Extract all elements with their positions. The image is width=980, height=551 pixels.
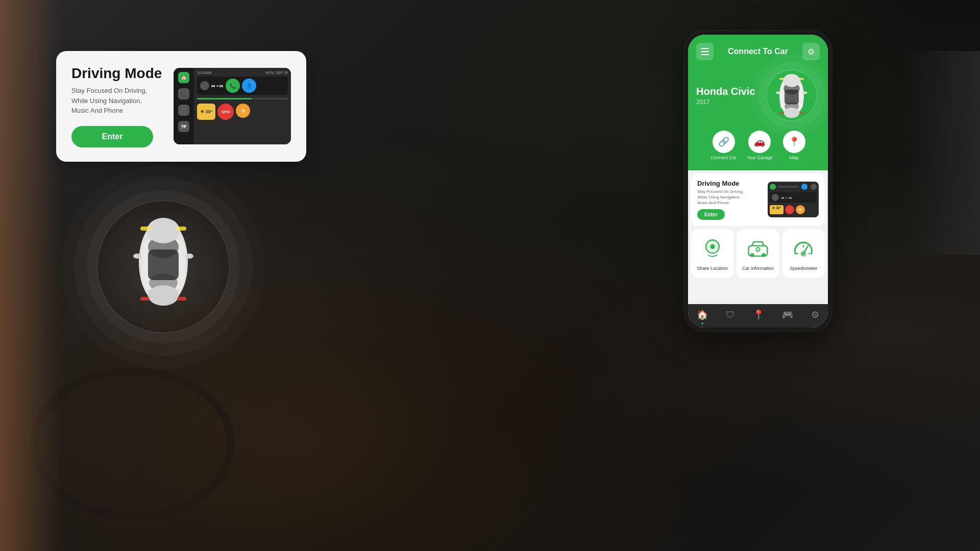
svg-rect-10 <box>177 297 186 300</box>
map-label: Map <box>790 155 799 160</box>
share-location-icon <box>700 236 725 262</box>
svg-rect-9 <box>140 297 150 300</box>
svg-point-11 <box>133 254 141 259</box>
hamburger-line-3 <box>701 54 709 55</box>
nav-location[interactable]: 📍 <box>753 309 764 320</box>
driving-mode-phone-card: Driving Mode Stay Focused On Driving,Whi… <box>691 173 825 226</box>
dm-preview-screen: ⏮ ▶ ⏭ ☀ 30° • ⚙ <box>768 182 819 217</box>
hand-left <box>0 0 61 551</box>
dm-dot-3 <box>811 184 817 190</box>
dm-preview-row-1 <box>770 184 817 190</box>
hamburger-line-2 <box>701 51 709 52</box>
hamburger-line-1 <box>701 48 709 49</box>
speedometer-label: Speedometer <box>790 266 817 271</box>
phone-mini-screen: 🏠 📞 🎵 🗺 10:43AMMON, SEP 28 ⏮ ▶ ⏭ 📞 👤 <box>174 68 291 144</box>
phone-mini-preview: 🏠 📞 🎵 🗺 10:43AMMON, SEP 28 ⏮ ▶ ⏭ 📞 👤 <box>174 68 291 144</box>
car-information-icon: i <box>745 236 771 262</box>
mini-phone-icon: 📞 <box>178 88 189 99</box>
svg-rect-8 <box>176 227 186 231</box>
dm-preview-speed: • <box>785 205 794 214</box>
dm-dot-2 <box>801 184 807 190</box>
phone-mini-sidebar: 🏠 📞 🎵 🗺 <box>174 68 194 144</box>
mini-controls: ⏮ ▶ ⏭ <box>211 84 224 88</box>
map-action[interactable]: 📍 Map <box>783 131 805 160</box>
hamburger-button[interactable] <box>696 43 714 60</box>
phone-nav-bar: 🏠 🛡 📍 🎮 ⚙ <box>688 304 828 328</box>
car-information-label: Car Information <box>742 266 774 271</box>
floating-car-svg <box>130 211 197 313</box>
map-icon: 📍 <box>783 131 805 153</box>
location-nav-icon: 📍 <box>753 309 764 320</box>
nav-control[interactable]: 🎮 <box>782 309 793 320</box>
car-name-block: Honda Civic 2017 <box>696 86 755 106</box>
vent-area <box>903 51 980 255</box>
driving-mode-enter-button[interactable]: Enter <box>71 126 153 147</box>
mini-progress-bar <box>197 98 288 99</box>
phone-mini-main: 10:43AMMON, SEP 28 ⏮ ▶ ⏭ 📞 👤 ☀ 30° SPD <box>194 68 291 144</box>
dm-preview-avatar <box>772 194 779 201</box>
feature-cards-row: Share Location i <box>691 229 825 278</box>
main-phone: Connect To Car ⚙ Honda Civic 2017 <box>684 31 832 357</box>
car-year: 2017 <box>696 98 755 106</box>
mini-avatar <box>200 81 209 90</box>
mini-weather: ☀ 30° <box>197 104 215 120</box>
dm-enter-button[interactable]: Enter <box>697 209 725 220</box>
svg-point-29 <box>750 253 754 257</box>
settings-button[interactable]: ⚙ <box>802 43 820 60</box>
phone-shell: Connect To Car ⚙ Honda Civic 2017 <box>684 31 832 332</box>
dm-preview-settings: ⚙ <box>796 205 805 214</box>
your-garage-icon: 🚗 <box>748 131 771 153</box>
nav-settings[interactable]: ⚙ <box>811 309 819 320</box>
security-nav-icon: 🛡 <box>726 310 735 320</box>
steering-wheel <box>31 367 235 520</box>
share-location-card[interactable]: Share Location <box>691 229 733 278</box>
svg-point-5 <box>148 285 179 306</box>
dm-phone-title: Driving Mode <box>697 180 763 187</box>
connect-car-action[interactable]: 🔗 Connect Car <box>710 131 737 160</box>
home-nav-indicator <box>701 322 703 324</box>
driving-mode-content: Driving Mode Stay Focused On Driving,Whi… <box>71 65 163 147</box>
phone-header: Connect To Car ⚙ Honda Civic 2017 <box>688 35 828 170</box>
car-information-card[interactable]: i Car Information <box>737 229 779 278</box>
phone-header-top: Connect To Car ⚙ <box>696 43 820 60</box>
svg-rect-7 <box>140 227 151 231</box>
mini-nav-icon: 🗺 <box>178 121 189 132</box>
car-name: Honda Civic <box>696 86 755 97</box>
share-location-label: Share Location <box>697 266 728 271</box>
car-radar-green <box>766 70 817 121</box>
dm-preview-weather: ☀ 30° <box>770 205 783 214</box>
connect-car-icon: 🔗 <box>713 131 735 153</box>
dm-dot-1 <box>770 184 776 190</box>
svg-point-12 <box>185 254 193 259</box>
floating-car-image <box>130 211 197 313</box>
mini-settings: ⚙ <box>236 104 250 118</box>
mini-music-icon: 🎵 <box>178 105 189 116</box>
quick-actions-bar: 🔗 Connect Car 🚗 Your Garage 📍 Map <box>696 131 820 160</box>
mini-bottom-row: ☀ 30° SPD ⚙ <box>197 104 288 120</box>
mini-contact-icon: 📞 <box>226 79 240 93</box>
your-garage-action[interactable]: 🚗 Your Garage <box>747 131 773 160</box>
app-title: Connect To Car <box>728 47 788 56</box>
car-info-section: Honda Civic 2017 <box>696 67 820 123</box>
settings-nav-icon: ⚙ <box>811 309 819 320</box>
svg-text:i: i <box>757 247 758 252</box>
nav-security[interactable]: 🛡 <box>726 310 735 320</box>
dm-bar-1 <box>777 186 798 188</box>
driving-mode-title: Driving Mode <box>71 65 163 82</box>
svg-rect-6 <box>148 249 179 280</box>
phone-screen: Connect To Car ⚙ Honda Civic 2017 <box>688 35 828 328</box>
floating-car-area <box>82 168 245 352</box>
dm-phone-desc: Stay Focused On Driving,While Using Navi… <box>697 189 763 206</box>
phone-body: Driving Mode Stay Focused On Driving,Whi… <box>688 170 828 304</box>
phone-mini-music-bar: ⏮ ▶ ⏭ 📞 👤 <box>197 77 288 95</box>
your-garage-label: Your Garage <box>747 155 773 160</box>
speedometer-card[interactable]: Speedometer <box>782 229 825 278</box>
svg-point-30 <box>762 253 765 257</box>
driving-mode-card: Driving Mode Stay Focused On Driving,Whi… <box>56 51 306 162</box>
svg-point-4 <box>147 218 180 243</box>
nav-home[interactable]: 🏠 <box>697 309 708 320</box>
dm-preview-music: ⏮ ▶ ⏭ <box>770 192 817 203</box>
control-nav-icon: 🎮 <box>782 309 793 320</box>
home-nav-icon: 🏠 <box>697 309 708 320</box>
car-image-green <box>764 67 820 123</box>
